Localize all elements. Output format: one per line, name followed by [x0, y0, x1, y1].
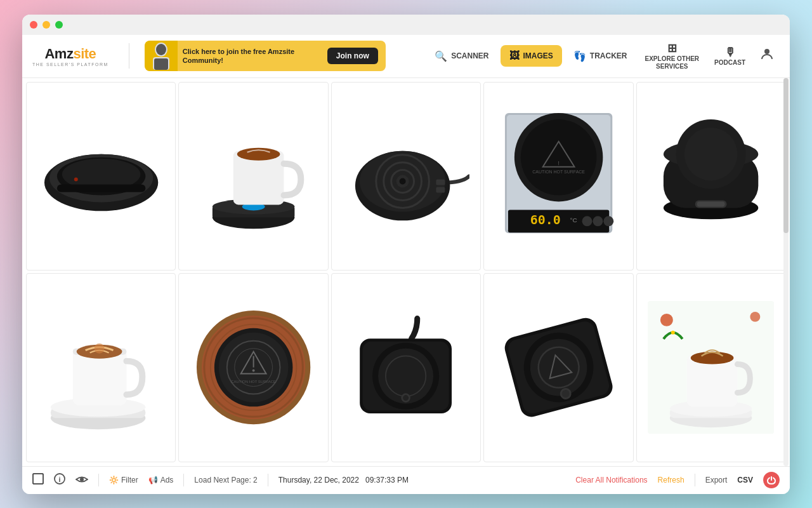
tracker-icon: 👣: [573, 50, 586, 62]
tracker-label: TRACKER: [590, 51, 627, 60]
logo-text: Amzsite: [44, 46, 96, 62]
logo[interactable]: Amzsite THE SELLER'S PLATFORM: [32, 46, 108, 67]
product-image-10[interactable]: [636, 273, 786, 462]
nav-tracker[interactable]: 👣 TRACKER: [565, 45, 636, 67]
svg-rect-45: [697, 201, 725, 206]
podcast-icon: 🎙: [724, 46, 736, 59]
svg-rect-9: [56, 184, 145, 192]
scanner-label: SCANNER: [451, 51, 488, 60]
images-icon: 🖼: [509, 50, 520, 62]
podcast-label: PODCAST: [714, 59, 745, 66]
ads-icon: 📢: [148, 476, 158, 485]
explore-icon: ⊞: [667, 41, 677, 55]
nav-items: 🔍 SCANNER 🖼 IMAGES 👣 TRACKER ⊞ EXPLORE O…: [426, 39, 780, 73]
product-image-9[interactable]: [483, 273, 633, 462]
svg-rect-24: [436, 179, 445, 185]
svg-point-37: [593, 216, 603, 226]
svg-rect-3: [154, 58, 168, 70]
nav-images[interactable]: 🖼 IMAGES: [501, 45, 562, 67]
svg-point-87: [750, 312, 761, 322]
svg-point-4: [764, 49, 769, 54]
svg-point-29: [521, 119, 597, 196]
svg-point-23: [400, 178, 406, 184]
footer-divider-1: [98, 474, 99, 486]
svg-text:°C: °C: [570, 217, 577, 224]
eye-icon[interactable]: [75, 474, 88, 487]
image-grid: ! CAUTION HOT SURFACE 60.0 °C: [22, 78, 790, 466]
svg-point-2: [156, 44, 166, 55]
svg-text:!: !: [558, 159, 560, 166]
footer: i 🔆 Filter 📢 Ads Load Next Page: 2 Thurs…: [22, 466, 790, 494]
close-button[interactable]: [30, 21, 37, 29]
svg-text:i: i: [58, 475, 60, 483]
refresh-button[interactable]: Refresh: [658, 476, 684, 485]
svg-point-85: [691, 352, 734, 364]
svg-point-10: [74, 177, 77, 181]
footer-divider-4: [695, 474, 695, 486]
scrollbar-thumb[interactable]: [783, 78, 789, 233]
nav-explore[interactable]: ⊞ EXPLORE OTHERSERVICES: [639, 39, 706, 73]
svg-text:60.0: 60.0: [530, 213, 561, 227]
product-image-5[interactable]: [636, 82, 786, 271]
main-window: Amzsite THE SELLER'S PLATFORM Click here…: [22, 15, 790, 494]
logo-tagline: THE SELLER'S PLATFORM: [32, 62, 108, 67]
product-image-6[interactable]: [26, 273, 176, 462]
product-image-8[interactable]: [331, 273, 481, 462]
export-csv-button[interactable]: CSV: [737, 476, 753, 485]
svg-text:CAUTION HOT SURFACE: CAUTION HOT SURFACE: [231, 380, 276, 384]
svg-point-92: [80, 478, 84, 481]
user-icon: [759, 46, 775, 62]
product-image-2[interactable]: [178, 82, 328, 271]
product-image-4[interactable]: ! CAUTION HOT SURFACE 60.0 °C: [483, 82, 633, 271]
svg-point-71: [403, 395, 409, 401]
explore-label: EXPLORE OTHERSERVICES: [645, 55, 700, 70]
info-icon[interactable]: i: [54, 473, 65, 488]
ads-button[interactable]: 📢 Ads: [148, 476, 174, 485]
join-now-button[interactable]: Join now: [327, 48, 378, 64]
filter-button[interactable]: 🔆 Filter: [109, 476, 138, 485]
titlebar: [22, 15, 790, 35]
filter-icon: 🔆: [109, 476, 119, 485]
svg-point-36: [582, 216, 592, 226]
minimize-button[interactable]: [43, 21, 50, 29]
svg-point-88: [671, 331, 675, 335]
product-image-1[interactable]: [26, 82, 176, 271]
footer-divider-3: [268, 474, 268, 486]
ads-label: Ads: [160, 476, 174, 485]
svg-text:CAUTION HOT SURFACE: CAUTION HOT SURFACE: [532, 169, 585, 173]
power-button[interactable]: [763, 472, 780, 488]
svg-point-86: [660, 314, 673, 326]
scrollbar[interactable]: [783, 78, 789, 466]
expand-icon[interactable]: [32, 473, 44, 488]
clear-notifications-button[interactable]: Clear All Notifications: [575, 476, 647, 485]
filter-label: Filter: [121, 476, 138, 485]
main-content: ! CAUTION HOT SURFACE 60.0 °C: [22, 78, 790, 466]
nav-scanner[interactable]: 🔍 SCANNER: [426, 45, 497, 67]
banner-image: [145, 41, 178, 71]
svg-rect-89: [33, 474, 43, 484]
maximize-button[interactable]: [55, 21, 63, 29]
logo-divider: [129, 43, 129, 69]
images-label: IMAGES: [523, 51, 553, 60]
nav-podcast[interactable]: 🎙 PODCAST: [708, 43, 752, 69]
banner-text: Click here to join the free Amzsite Comm…: [183, 47, 322, 65]
load-next-label[interactable]: Load Next Page: 2: [194, 476, 257, 485]
product-image-7[interactable]: CAUTION HOT SURFACE: [178, 273, 328, 462]
svg-point-38: [603, 216, 613, 226]
svg-point-52: [94, 344, 104, 354]
svg-point-43: [684, 128, 738, 181]
date-display: Thursday, 22 Dec, 2022 09:37:33 PM: [278, 476, 409, 485]
svg-point-63: [252, 370, 255, 372]
footer-divider-2: [183, 474, 184, 486]
person-icon: [150, 42, 173, 70]
user-profile-button[interactable]: [754, 44, 780, 68]
product-image-3[interactable]: [331, 82, 481, 271]
export-label: Export: [705, 476, 728, 485]
scanner-icon: 🔍: [435, 50, 447, 62]
promo-banner[interactable]: Click here to join the free Amzsite Comm…: [145, 41, 386, 71]
svg-rect-25: [436, 187, 445, 192]
header: Amzsite THE SELLER'S PLATFORM Click here…: [22, 35, 790, 78]
